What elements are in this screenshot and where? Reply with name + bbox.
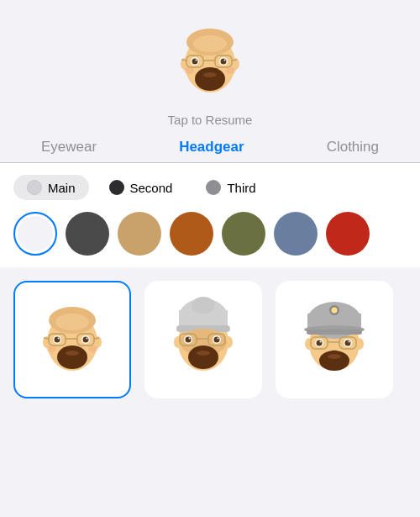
avatar-section: Tap to Resume — [0, 0, 420, 127]
svg-line-29 — [44, 338, 49, 339]
svg-point-18 — [203, 72, 217, 77]
swatch-tan[interactable] — [118, 212, 161, 256]
tab-headgear[interactable]: Headgear — [171, 139, 252, 156]
svg-point-25 — [55, 314, 89, 330]
svg-line-30 — [94, 338, 99, 339]
hat-item-beanie-preview — [157, 293, 249, 386]
svg-line-8 — [181, 60, 186, 61]
svg-point-41 — [88, 346, 98, 352]
svg-rect-68 — [307, 330, 362, 335]
svg-point-35 — [58, 338, 60, 340]
svg-point-39 — [66, 351, 79, 356]
svg-point-82 — [328, 354, 341, 359]
svg-point-38 — [57, 346, 87, 369]
category-tab-bar: Eyewear Headgear Clothing — [0, 127, 420, 162]
svg-point-14 — [196, 60, 197, 61]
svg-point-61 — [197, 351, 210, 356]
channel-tab-group: Main Second Third — [13, 175, 407, 200]
channel-third[interactable]: Third — [192, 175, 269, 200]
svg-point-20 — [226, 67, 236, 74]
svg-point-33 — [55, 337, 60, 343]
svg-line-9 — [232, 60, 237, 61]
svg-point-15 — [224, 60, 226, 61]
svg-point-77 — [345, 340, 351, 346]
svg-point-79 — [349, 341, 350, 343]
svg-point-55 — [186, 337, 192, 343]
svg-point-76 — [317, 340, 323, 346]
color-section: Main Second Third — [0, 163, 420, 267]
svg-point-78 — [320, 341, 322, 343]
tab-clothing[interactable]: Clothing — [318, 139, 387, 156]
swatch-dark-gray[interactable] — [66, 212, 109, 256]
tab-eyewear[interactable]: Eyewear — [33, 139, 105, 156]
svg-point-17 — [195, 67, 225, 91]
hat-item-none-preview — [26, 293, 118, 386]
svg-point-57 — [189, 338, 191, 340]
main-dot — [27, 180, 42, 195]
svg-point-12 — [192, 59, 198, 65]
swatch-white[interactable] — [13, 212, 57, 256]
svg-point-60 — [188, 346, 218, 369]
avatar-preview[interactable] — [168, 20, 252, 104]
third-label: Third — [227, 181, 255, 195]
hat-items-area — [0, 267, 420, 412]
svg-point-81 — [319, 351, 349, 371]
third-dot — [206, 180, 221, 195]
hat-item-helmet[interactable] — [276, 281, 393, 398]
color-swatches-row — [13, 212, 407, 256]
swatch-red[interactable] — [326, 212, 370, 256]
svg-point-19 — [184, 67, 194, 74]
svg-point-36 — [87, 338, 88, 340]
main-label: Main — [48, 181, 76, 195]
hat-item-beanie[interactable] — [144, 281, 262, 398]
channel-second[interactable]: Second — [96, 175, 186, 200]
swatch-steel-blue[interactable] — [274, 212, 318, 256]
hat-item-none[interactable] — [13, 281, 131, 398]
svg-point-70 — [332, 308, 338, 314]
second-dot — [109, 180, 124, 195]
svg-point-48 — [192, 297, 215, 314]
svg-point-13 — [221, 59, 227, 65]
svg-point-4 — [193, 35, 227, 52]
svg-point-40 — [46, 346, 56, 352]
tap-to-resume-label[interactable]: Tap to Resume — [168, 113, 253, 127]
second-label: Second — [130, 181, 173, 195]
hat-item-helmet-preview — [288, 293, 381, 386]
svg-point-58 — [218, 338, 219, 340]
swatch-olive[interactable] — [222, 212, 265, 256]
swatch-brown[interactable] — [170, 212, 213, 256]
svg-point-34 — [83, 337, 89, 343]
svg-point-56 — [214, 337, 220, 343]
channel-main[interactable]: Main — [13, 175, 89, 200]
